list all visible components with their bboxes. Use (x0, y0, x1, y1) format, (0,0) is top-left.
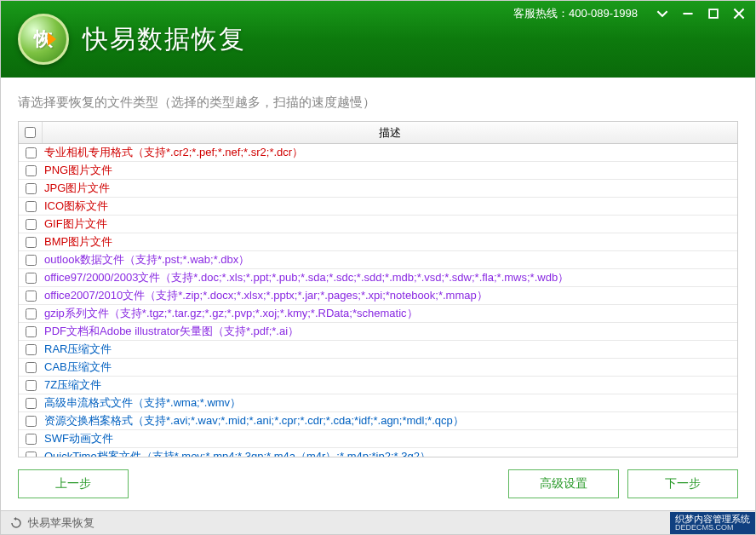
next-button[interactable]: 下一步 (627, 469, 738, 498)
row-checkbox[interactable] (26, 416, 37, 427)
minimize-icon[interactable] (680, 6, 696, 21)
table-row[interactable]: CAB压缩文件 (19, 359, 737, 377)
table-row[interactable]: 高级串流格式文件（支持*.wma;*.wmv） (19, 394, 737, 412)
file-types-table: 描述 专业相机专用格式（支持*.cr2;*.pef;*.nef;*.sr2;*.… (18, 121, 738, 457)
hotline-text: 客服热线：400-089-1998 (513, 6, 638, 21)
footer-label: 快易苹果恢复 (28, 515, 94, 531)
table-row[interactable]: PDF文档和Adobe illustrator矢量图（支持*.pdf;*.ai） (19, 323, 737, 341)
content-area: 请选择要恢复的文件类型（选择的类型越多，扫描的速度越慢） 描述 专业相机专用格式… (1, 78, 755, 510)
row-checkbox[interactable] (26, 326, 37, 337)
table-row[interactable]: PNG图片文件 (19, 162, 737, 180)
row-label: office97/2000/2003文件（支持*.doc;*.xls;*.ppt… (43, 270, 737, 285)
svg-rect-1 (709, 9, 718, 18)
row-label: gzip系列文件（支持*.tgz;*.tar.gz;*.gz;*.pvp;*.x… (43, 306, 737, 321)
column-header-desc: 描述 (43, 125, 737, 141)
row-checkbox[interactable] (26, 308, 37, 319)
logo-arrow-icon (48, 32, 56, 46)
dropdown-icon[interactable] (655, 6, 670, 21)
table-row[interactable]: ICO图标文件 (19, 198, 737, 216)
row-label: 资源交换档案格式（支持*.avi;*.wav;*.mid;*.ani;*.cpr… (43, 413, 737, 429)
table-row[interactable]: 资源交换档案格式（支持*.avi;*.wav;*.mid;*.ani;*.cpr… (19, 412, 737, 430)
row-checkbox[interactable] (26, 291, 37, 302)
button-bar: 上一步 高级设置 下一步 (18, 457, 738, 510)
row-label: outlook数据文件（支持*.pst;*.wab;*.dbx） (43, 252, 737, 268)
table-header: 描述 (19, 122, 737, 144)
titlebar-controls: 客服热线：400-089-1998 (513, 6, 747, 21)
row-checkbox[interactable] (26, 219, 37, 230)
table-row[interactable]: gzip系列文件（支持*.tgz;*.tar.gz;*.gz;*.pvp;*.x… (19, 305, 737, 323)
row-label: BMP图片文件 (43, 234, 737, 250)
row-label: GIF图片文件 (43, 216, 737, 232)
table-row[interactable]: GIF图片文件 (19, 216, 737, 233)
row-label: SWF动画文件 (43, 431, 737, 446)
row-checkbox[interactable] (26, 344, 37, 355)
watermark-line2: DEDECMS.COM (675, 524, 750, 532)
table-row[interactable]: SWF动画文件 (19, 430, 737, 448)
close-icon[interactable] (731, 6, 747, 21)
row-label: 专业相机专用格式（支持*.cr2;*.pef;*.nef;*.sr2;*.dcr… (43, 145, 737, 160)
row-label: 7Z压缩文件 (43, 377, 737, 393)
prompt-text: 请选择要恢复的文件类型（选择的类型越多，扫描的速度越慢） (18, 95, 738, 111)
row-checkbox[interactable] (26, 165, 37, 176)
row-checkbox[interactable] (26, 273, 37, 284)
row-checkbox[interactable] (26, 255, 37, 266)
table-row[interactable]: RAR压缩文件 (19, 341, 737, 359)
titlebar: 客服热线：400-089-1998 恢 快易数据恢复 (1, 1, 755, 78)
footer-left[interactable]: 快易苹果恢复 (9, 515, 94, 531)
row-label: CAB压缩文件 (43, 360, 737, 375)
row-checkbox[interactable] (26, 147, 37, 158)
table-body[interactable]: 专业相机专用格式（支持*.cr2;*.pef;*.nef;*.sr2;*.dcr… (19, 144, 737, 457)
app-title: 快易数据恢复 (83, 22, 246, 57)
refresh-icon (9, 516, 23, 530)
footer: 快易苹果恢复 织梦内容管理系统 DEDECMS.COM (1, 510, 755, 534)
table-row[interactable]: JPG图片文件 (19, 180, 737, 198)
table-row[interactable]: office2007/2010文件（支持*.zip;*.docx;*.xlsx;… (19, 287, 737, 305)
row-label: 高级串流格式文件（支持*.wma;*.wmv） (43, 395, 737, 411)
maximize-icon[interactable] (706, 6, 721, 21)
select-all-checkbox[interactable] (25, 127, 36, 138)
row-checkbox[interactable] (26, 434, 37, 445)
row-checkbox[interactable] (26, 362, 37, 373)
prev-button[interactable]: 上一步 (18, 469, 129, 498)
table-row[interactable]: 专业相机专用格式（支持*.cr2;*.pef;*.nef;*.sr2;*.dcr… (19, 144, 737, 162)
row-label: RAR压缩文件 (43, 342, 737, 357)
row-label: PNG图片文件 (43, 163, 737, 178)
row-checkbox[interactable] (26, 398, 37, 409)
row-label: office2007/2010文件（支持*.zip;*.docx;*.xlsx;… (43, 288, 737, 303)
row-label: JPG图片文件 (43, 181, 737, 196)
advanced-button[interactable]: 高级设置 (508, 469, 619, 498)
row-checkbox[interactable] (26, 452, 37, 457)
table-row[interactable]: office97/2000/2003文件（支持*.doc;*.xls;*.ppt… (19, 269, 737, 287)
table-row[interactable]: QuickTime档案文件（支持*.mov;*.mp4;*.3gp;*.m4a（… (19, 448, 737, 457)
app-window: 客服热线：400-089-1998 恢 快易数据恢复 请选择要恢复的文件类型（选… (0, 0, 756, 535)
table-row[interactable]: 7Z压缩文件 (19, 377, 737, 394)
row-label: PDF文档和Adobe illustrator矢量图（支持*.pdf;*.ai） (43, 324, 737, 339)
table-row[interactable]: outlook数据文件（支持*.pst;*.wab;*.dbx） (19, 251, 737, 269)
row-checkbox[interactable] (26, 201, 37, 212)
app-logo: 恢 (18, 14, 69, 65)
select-all-cell (19, 122, 43, 143)
table-row[interactable]: BMP图片文件 (19, 233, 737, 251)
row-checkbox[interactable] (26, 237, 37, 248)
watermark: 织梦内容管理系统 DEDECMS.COM (670, 512, 755, 534)
row-checkbox[interactable] (26, 380, 37, 391)
row-label: ICO图标文件 (43, 198, 737, 214)
row-checkbox[interactable] (26, 183, 37, 194)
row-label: QuickTime档案文件（支持*.mov;*.mp4;*.3gp;*.m4a（… (43, 449, 737, 457)
